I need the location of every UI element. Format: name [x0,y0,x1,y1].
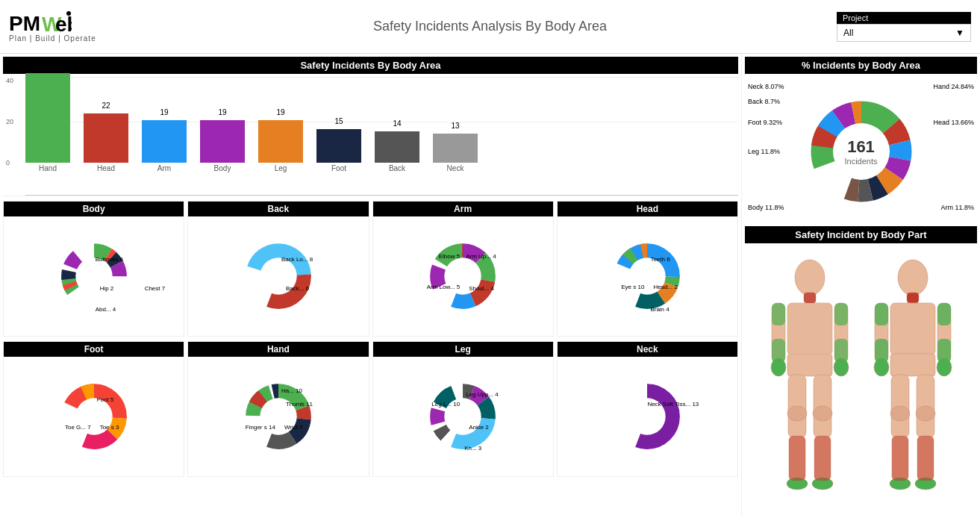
svg-point-80 [890,406,910,421]
hand-wrist-label: Wrist 5 [284,424,303,431]
svg-rect-64 [834,303,848,325]
arm-low-label: Arm Low... 5 [427,284,460,290]
body-buttocks-label: Buttocks 6 [96,256,123,263]
leg-donut-svg [414,368,511,465]
body-donut-container: Chest 7 Hip 2 Abd... 4 Buttocks 6 [4,216,184,336]
bar-hand-value: 40 [43,61,52,69]
bar-back-label: Back [389,164,405,172]
bar-head: 22 Head [84,73,128,172]
arm-section: Arm Shoul... 4 Arm Low... 5 Elbow 5 [372,201,554,337]
hand-title: Hand [188,342,368,357]
hand-finger-label: Finger s 14 [246,424,275,431]
body-section: Body Chest 7 Hip 2 A [3,201,184,337]
svg-rect-88 [875,339,888,363]
donut-row-1: Body Chest 7 Hip 2 A [3,201,738,337]
back-donut-svg [230,228,327,325]
bar-body: 19 Body [200,73,245,172]
body-donut-svg [46,228,143,325]
bar-chart-section: Safety Incidents By Body Area 40 20 0 40 [3,57,738,196]
body-back-svg [864,257,961,511]
logo-pm: PM [9,12,40,36]
project-value: All [843,28,853,38]
svg-text:eb: eb [55,13,72,36]
pct-center-label: Incidents [844,157,877,166]
bar-head-label: Head [97,164,115,172]
arm-shoul-label: Shoul... 4 [469,285,494,292]
svg-rect-65 [787,303,832,355]
pct-chart-section: % Incidents by Body Area [745,57,977,226]
svg-rect-69 [814,436,831,481]
pct-leg-label: Leg 11.8% [748,148,780,155]
pct-body-label: Body 11.8% [748,204,784,211]
bar-chart-container: 40 20 0 40 Hand [3,77,738,196]
body-figure-title: Safety Incident by Body Part [745,226,977,243]
neck-title: Neck [558,342,737,357]
pct-hand-label: Hand 24.84% [933,83,974,90]
back-donut-container: Back... 6 Back Lo... 8 [188,216,368,336]
foot-toeg-label: Toe G... 7 [65,424,91,431]
bar-arm-value: 19 [160,108,168,116]
pct-back-label: Back 8.7% [748,98,780,105]
pct-center: 161 Incidents [844,137,877,166]
logo: PM W eb Plan | Build | Operate [9,10,143,43]
bar-hand-rect: 40 [25,73,70,163]
svg-point-46 [795,260,825,296]
neck-section: Neck Neck Soft Tiss... 13 [557,341,738,477]
project-select[interactable]: All ▼ [837,24,971,42]
body-chest-label: Chest 7 [145,285,166,292]
back-lower-label: Back Lo... 8 [281,256,313,263]
back-title: Back [188,202,368,216]
svg-rect-91 [917,436,934,481]
foot-donut-svg [46,368,143,465]
neck-soft-label: Neck Soft Tiss... 13 [647,401,699,408]
arm-donut-svg [414,228,511,325]
leg-section: Leg Ankle 2 Kn... 3 Leg Upp... 4 [372,341,554,477]
svg-rect-77 [890,354,935,376]
pct-head-label: Head 13.66% [933,119,974,126]
body-title: Body [4,202,184,216]
head-section: Head Eye s 10 Head... 2 Brain 4 [557,201,738,337]
y-axis: 40 20 0 [6,77,13,166]
leg-ankle-label: Ankle 2 [469,424,489,431]
bar-hand: 40 Hand [25,73,70,172]
left-panel: Safety Incidents By Body Area 40 20 0 40 [0,54,741,515]
bar-leg: 19 Leg [258,73,303,172]
svg-rect-68 [789,436,805,481]
svg-rect-89 [937,339,951,363]
svg-rect-86 [875,303,888,325]
leg-kn-label: Kn... 3 [464,445,481,452]
pct-total: 161 [844,137,877,157]
svg-point-2 [66,11,71,16]
svg-rect-53 [787,354,832,376]
bar-neck-rect: 13 [433,134,478,163]
bar-back-rect: 14 [375,131,419,163]
logo-tagline: Plan | Build | Operate [9,34,143,43]
bar-chart-title: Safety Incidents By Body Area [3,57,738,74]
pct-arm-label: Arm 11.8% [940,204,974,211]
logo-web-icon: W eb [42,10,72,37]
bar-hand-label: Hand [39,164,57,172]
svg-point-57 [813,406,832,421]
head-donut-container: Eye s 10 Head... 2 Brain 4 Teeth 6 [558,216,737,336]
bar-neck-label: Neck [447,164,464,172]
svg-point-70 [898,260,928,296]
bar-leg-label: Leg [275,164,287,172]
hand-thumb-label: Thumb 11 [286,401,313,408]
arm-up-label: Arm Up... 4 [466,253,496,260]
pct-donut-container: 161 Incidents Neck 8.07% Back 8.7% Foot … [745,77,977,226]
foot-toes-label: Toe s 3 [100,424,119,431]
svg-rect-66 [772,339,785,363]
svg-rect-62 [804,293,816,303]
head-teeth-label: Teeth 6 [650,256,670,263]
bar-back: 14 Back [375,73,419,172]
svg-rect-72 [890,303,935,355]
leg-donut-container: Ankle 2 Kn... 3 Leg Upp... 4 Leg L... 10 [373,357,553,476]
arm-elbow-label: Elbow 5 [439,253,460,260]
bar-arm: 19 Arm [142,73,187,172]
svg-rect-87 [937,303,951,325]
bar-arm-rect: 19 [142,120,187,163]
neck-donut-svg [599,368,696,465]
body-hip-label: Hip 2 [100,285,114,292]
bar-head-value: 22 [102,102,110,110]
head-head-label: Head... 2 [653,284,677,290]
